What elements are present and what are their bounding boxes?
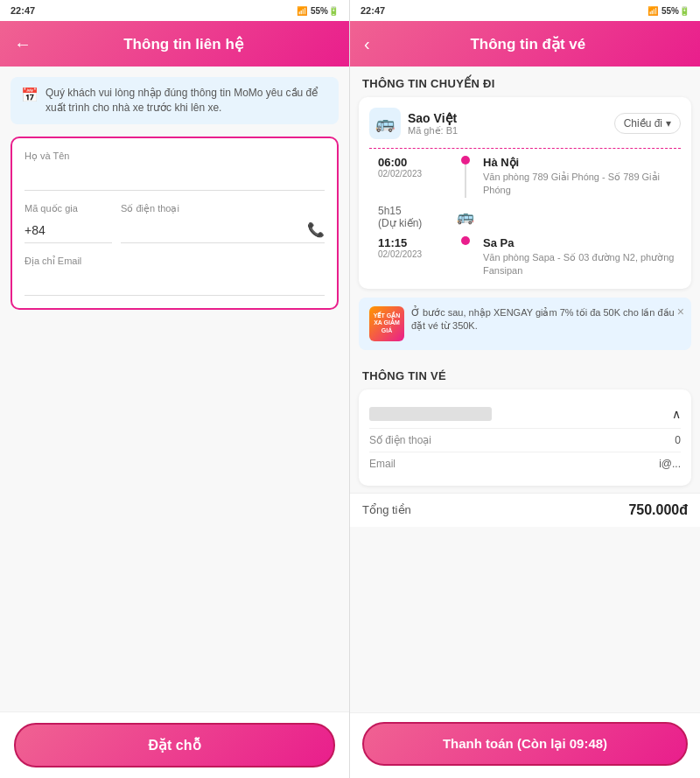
right-content: THÔNG TIN CHUYẾN ĐI 🚌 Sao Việt Mã ghế: B…: [350, 67, 700, 712]
bus-icon: 🚌: [375, 114, 395, 133]
country-code-input[interactable]: [24, 218, 112, 243]
full-name-group: Họ và Tên: [24, 151, 325, 191]
departure-place-addr: Văn phòng 789 Giải Phóng - Số 789 Giải P…: [483, 171, 681, 198]
name-row: ∧: [369, 400, 681, 429]
ticket-email-value: i@...: [659, 458, 681, 470]
phone-label: Số điện thoại: [121, 203, 325, 214]
arrival-time: 11:15: [378, 236, 448, 249]
route-line-top: [465, 165, 466, 198]
phone-icon: 📞: [307, 221, 325, 238]
left-content: 📅 Quý khách vui lòng nhập đúng thông tin…: [0, 67, 349, 711]
payment-button[interactable]: Thanh toán (Còn lại 09:48): [362, 722, 688, 766]
promo-banner: YẾT GẦN XA GIẢM GIÁ Ở bước sau, nhập XEN…: [359, 298, 691, 350]
name-value-placeholder: [369, 407, 492, 421]
right-status-icons: 📶 55%🔋: [648, 6, 690, 16]
arrival-dot: [461, 236, 470, 245]
right-back-button[interactable]: ‹: [364, 34, 370, 54]
left-screen: 22:47 📶 55%🔋 ← Thông tin liên hệ 📅 Quý k…: [0, 0, 350, 778]
left-back-button[interactable]: ←: [14, 34, 32, 54]
departure-time: 06:00: [378, 156, 448, 169]
ticket-card: ∧ Số điện thoại 0 Email i@...: [359, 389, 691, 486]
battery-icon: 55%🔋: [311, 6, 339, 16]
phone-row: Mã quốc gia Số điện thoại 📞: [24, 203, 325, 243]
bus-info: Sao Việt Mã ghế: B1: [408, 111, 458, 137]
full-name-input[interactable]: [24, 165, 325, 191]
contact-form: Họ và Tên Mã quốc gia Số điện thoại 📞 Đị…: [10, 137, 339, 310]
bus-seat: Mã ghế: B1: [408, 125, 458, 137]
trip-type-label: Chiều đi: [624, 117, 662, 130]
ticket-email-row: Email i@...: [369, 452, 681, 475]
bus-company-left: 🚌 Sao Việt Mã ghế: B1: [369, 108, 458, 139]
left-status-icons: 📶 55%🔋: [297, 6, 339, 16]
ticket-phone-value: 0: [675, 434, 681, 446]
phone-input[interactable]: [121, 218, 325, 243]
duration-row: 5h15 (Dự kiến) 🚌: [378, 198, 681, 236]
route-timeline: 06:00 02/02/2023 Hà Nội Văn phòng 789 Gi…: [369, 156, 681, 278]
promo-text: Ở bước sau, nhập XENGAY giảm 7% tối đa 5…: [411, 306, 681, 333]
country-code-group: Mã quốc gia: [24, 203, 112, 243]
left-status-time: 22:47: [10, 5, 35, 16]
arrival-date: 02/02/2023: [378, 249, 448, 259]
right-header: ‹ Thông tin đặt vé: [350, 21, 700, 67]
arrival-dot-col: [457, 236, 474, 278]
trip-type-button[interactable]: Chiều đi ▾: [614, 113, 681, 134]
left-header-title: Thông tin liên hệ: [32, 35, 335, 53]
total-row: Tổng tiền 750.000đ: [350, 493, 700, 527]
signal-icon: 📶: [297, 6, 307, 16]
right-bottom-bar: Thanh toán (Còn lại 09:48): [350, 712, 700, 778]
left-bottom-bar: Đặt chỗ: [0, 711, 349, 778]
bus-name: Sao Việt: [408, 111, 458, 125]
phone-number-group: Số điện thoại 📞: [121, 203, 325, 243]
ticket-section-title: THÔNG TIN VÉ: [350, 359, 700, 389]
duration-note: (Dự kiến): [378, 217, 448, 229]
name-chevron-icon: ∧: [672, 407, 681, 421]
departure-place-name: Hà Nội: [483, 156, 681, 169]
arrival-stop: 11:15 02/02/2023 Sa Pa Văn phòng Sapa - …: [378, 236, 681, 278]
right-header-title: Thông tin đặt vé: [370, 35, 686, 53]
signal-icon-right: 📶: [648, 6, 658, 16]
total-label: Tổng tiền: [362, 503, 411, 516]
ticket-phone-row: Số điện thoại 0: [369, 429, 681, 452]
bus-company-row: 🚌 Sao Việt Mã ghế: B1 Chiều đi ▾: [369, 108, 681, 139]
right-status-bar: 22:47 📶 55%🔋: [350, 0, 700, 21]
right-status-time: 22:47: [360, 5, 385, 16]
notice-text: Quý khách vui lòng nhập đúng thông tin M…: [46, 86, 328, 116]
duration-time-col: 5h15 (Dự kiến): [378, 205, 448, 229]
trip-section-title: THÔNG TIN CHUYẾN ĐI: [350, 67, 700, 97]
departure-date: 02/02/2023: [378, 169, 448, 179]
departure-dot: [461, 156, 470, 165]
promo-close-button[interactable]: ×: [677, 305, 684, 319]
duration-time: 5h15: [378, 205, 448, 217]
duration-icon-col: 🚌: [457, 208, 474, 225]
right-screen: 22:47 📶 55%🔋 ‹ Thông tin đặt vé THÔNG TI…: [350, 0, 700, 778]
bus-duration-icon: 🚌: [457, 208, 474, 225]
departure-stop: 06:00 02/02/2023 Hà Nội Văn phòng 789 Gi…: [378, 156, 681, 198]
arrival-place-addr: Văn phòng Sapa - Số 03 đường N2, phường …: [483, 251, 681, 278]
full-name-label: Họ và Tên: [24, 151, 325, 162]
total-amount: 750.000đ: [628, 502, 688, 518]
arrival-place-name: Sa Pa: [483, 236, 681, 249]
departure-time-col: 06:00 02/02/2023: [378, 156, 448, 198]
bus-icon-wrap: 🚌: [369, 108, 401, 139]
trip-card: 🚌 Sao Việt Mã ghế: B1 Chiều đi ▾: [359, 97, 691, 289]
ticket-email-label: Email: [369, 458, 396, 470]
route-divider: [369, 148, 681, 149]
promo-image: YẾT GẦN XA GIẢM GIÁ: [369, 306, 404, 341]
ticket-phone-label: Số điện thoại: [369, 434, 431, 446]
departure-dot-col: [457, 156, 474, 198]
chevron-down-icon: ▾: [666, 117, 671, 130]
email-input[interactable]: [24, 270, 325, 296]
left-header: ← Thông tin liên hệ: [0, 21, 349, 67]
arrival-time-col: 11:15 02/02/2023: [378, 236, 448, 278]
calendar-icon: 📅: [21, 87, 38, 103]
arrival-place-col: Sa Pa Văn phòng Sapa - Số 03 đường N2, p…: [483, 236, 681, 278]
left-status-bar: 22:47 📶 55%🔋: [0, 0, 349, 21]
email-label: Địa chỉ Email: [24, 256, 325, 267]
battery-icon-right: 55%🔋: [662, 6, 690, 16]
dat-cho-button[interactable]: Đặt chỗ: [14, 723, 335, 767]
email-group: Địa chỉ Email: [24, 256, 325, 296]
departure-place-col: Hà Nội Văn phòng 789 Giải Phóng - Số 789…: [483, 156, 681, 198]
info-notice: 📅 Quý khách vui lòng nhập đúng thông tin…: [10, 77, 339, 124]
country-code-label: Mã quốc gia: [24, 203, 112, 214]
